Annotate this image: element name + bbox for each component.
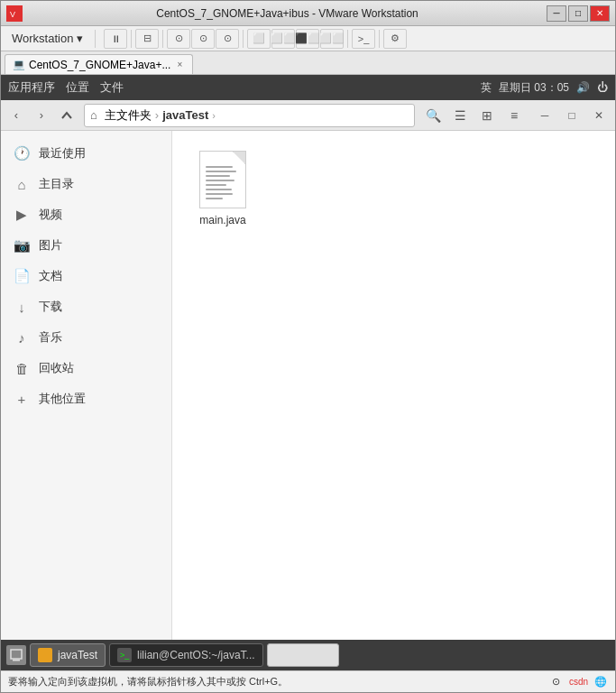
fm-close-btn[interactable]: ✕	[586, 104, 611, 127]
terminal-btn[interactable]: >_	[352, 29, 375, 49]
separator-2	[131, 30, 132, 48]
file-item-main-java[interactable]: main.java	[187, 145, 259, 232]
sidebar-item-music[interactable]: ♪ 音乐	[1, 322, 171, 353]
sidebar-label-videos: 视频	[39, 207, 62, 223]
sidebar-item-videos[interactable]: ▶ 视频	[1, 199, 171, 230]
gnome-taskbar: javaTest >_ lilian@CentOS:~/javaT...	[1, 640, 615, 670]
places-menu[interactable]: 位置	[66, 79, 89, 96]
vmware-toolbar: ⏸ ⊟ ⊙ ⊙ ⊙ ⬜ ⬜⬜ ⬛⬜ ⬜⬜ >_ ⚙	[104, 29, 407, 49]
files-menu[interactable]: 文件	[100, 79, 124, 96]
sidebar-item-other[interactable]: + 其他位置	[1, 383, 171, 414]
snapshot-btn-1[interactable]: ⊙	[167, 29, 190, 49]
documents-icon: 📄	[14, 268, 30, 284]
file-line-1	[206, 166, 233, 168]
view-grid-btn[interactable]: ⊞	[474, 104, 500, 127]
sidebar-item-home[interactable]: ⌂ 主目录	[1, 169, 171, 199]
file-line-4	[206, 180, 234, 181]
sidebar-label-recent: 最近使用	[39, 145, 86, 162]
file-line-5	[206, 184, 226, 186]
file-line-2	[206, 171, 236, 172]
view-btn-1[interactable]: ⬜	[247, 29, 271, 49]
sidebar-item-documents[interactable]: 📄 文档	[1, 261, 171, 291]
view-btn-4[interactable]: ⬜⬜	[320, 29, 344, 49]
csdn-label: csdn	[569, 677, 588, 687]
datetime[interactable]: 星期日 03：05	[499, 80, 569, 96]
address-current: javaTest	[162, 108, 208, 122]
vm-tab[interactable]: 💻 CentOS_7_GNOME+Java+... ×	[5, 54, 193, 74]
address-bar[interactable]: ⌂ 主文件夹 › javaTest ›	[84, 104, 415, 127]
input-method[interactable]: 英	[481, 80, 492, 96]
file-line-7	[206, 193, 233, 195]
view-btn-3[interactable]: ⬛⬜	[296, 29, 319, 49]
search-btn[interactable]: 🔍	[420, 104, 446, 127]
title-bar: V CentOS_7_GNOME+Java+ibus - VMware Work…	[1, 1, 615, 26]
power-icon[interactable]: ⏻	[597, 81, 608, 94]
taskbar-terminal-btn[interactable]: >_ lilian@CentOS:~/javaT...	[109, 643, 263, 667]
gnome-topbar: 应用程序 位置 文件 英 星期日 03：05 🔊 ⏻	[1, 75, 615, 100]
sidebar-label-home: 主目录	[39, 176, 74, 192]
address-home-label: 主文件夹	[105, 107, 152, 124]
workstation-menu[interactable]: Workstation ▾	[5, 29, 90, 48]
sidebar-item-pictures[interactable]: 📷 图片	[1, 230, 171, 261]
separator-3	[162, 30, 163, 48]
view-list-btn[interactable]: ☰	[447, 104, 473, 127]
sidebar-item-downloads[interactable]: ↓ 下载	[1, 291, 171, 322]
taskbar-folder-btn[interactable]: javaTest	[30, 643, 106, 667]
sidebar-label-trash: 回收站	[39, 360, 74, 376]
fm-content: 🕐 最近使用 ⌂ 主目录 ▶ 视频 📷 图片 📄 文档	[1, 131, 615, 640]
pause-btn[interactable]: ⏸	[104, 29, 127, 49]
separator-6	[379, 30, 380, 48]
vm-status-icon: ⊙	[549, 675, 564, 689]
fm-sidebar: 🕐 最近使用 ⌂ 主目录 ▶ 视频 📷 图片 📄 文档	[1, 131, 172, 640]
vmware-menubar: Workstation ▾ ⏸ ⊟ ⊙ ⊙ ⊙ ⬜ ⬜⬜ ⬛⬜ ⬜⬜ >_ ⚙	[1, 26, 615, 51]
tab-bar: 💻 CentOS_7_GNOME+Java+... ×	[1, 51, 615, 75]
separator-1	[95, 30, 96, 48]
taskbar-desktop-btn[interactable]	[6, 645, 26, 665]
videos-icon: ▶	[14, 207, 30, 223]
snapshot-btn-3[interactable]: ⊙	[216, 29, 239, 49]
music-icon: ♪	[14, 329, 30, 346]
sidebar-label-downloads: 下载	[39, 299, 62, 315]
trash-icon: 🗑	[14, 360, 30, 376]
fm-maximize-btn[interactable]: □	[559, 104, 584, 127]
downloads-icon: ↓	[14, 299, 30, 315]
fm-minimize-btn[interactable]: ─	[532, 104, 557, 127]
sidebar-label-documents: 文档	[39, 268, 62, 284]
fm-window-controls: ─ □ ✕	[532, 104, 611, 127]
maximize-button[interactable]: □	[568, 5, 588, 22]
status-bar-right: ⊙ csdn 🌐	[549, 675, 608, 689]
terminal-icon: >_	[117, 648, 132, 662]
window-controls: ─ □ ✕	[547, 5, 610, 22]
settings-btn[interactable]: ⚙	[383, 29, 407, 49]
snapshot-btn-2[interactable]: ⊙	[191, 29, 215, 49]
status-message: 要将输入定向到该虚拟机，请将鼠标指针移入其中或按 Ctrl+G。	[8, 675, 288, 688]
sidebar-item-trash[interactable]: 🗑 回收站	[1, 353, 171, 383]
sidebar-item-recent[interactable]: 🕐 最近使用	[1, 138, 171, 169]
view-btn-2[interactable]: ⬜⬜	[271, 29, 295, 49]
window-title: CentOS_7_GNOME+Java+ibus - VMware Workst…	[28, 7, 547, 20]
up-btn[interactable]	[55, 104, 78, 127]
home-icon: ⌂	[90, 108, 97, 122]
folder-icon	[38, 648, 52, 662]
file-line-8	[206, 198, 223, 199]
back-btn[interactable]: ‹	[5, 104, 28, 127]
send-btn[interactable]: ⊟	[135, 29, 159, 49]
address-arrow: ›	[212, 110, 216, 121]
tab-close-btn[interactable]: ×	[174, 60, 185, 70]
file-manager: ‹ › ⌂ 主文件夹 › javaTest › 🔍 ☰ ⊞ ≡ ─	[1, 100, 615, 640]
apps-menu[interactable]: 应用程序	[8, 79, 55, 96]
vmware-icon: V	[6, 5, 23, 22]
taskbar-input-field[interactable]	[267, 643, 339, 667]
minimize-button[interactable]: ─	[547, 5, 566, 22]
separator-4	[243, 30, 244, 48]
home-sidebar-icon: ⌂	[14, 176, 30, 192]
view-menu-btn[interactable]: ≡	[501, 104, 527, 127]
gnome-topbar-right: 英 星期日 03：05 🔊 ⏻	[481, 80, 608, 96]
forward-btn[interactable]: ›	[30, 104, 53, 127]
fm-toolbar-right: 🔍 ☰ ⊞ ≡	[420, 104, 527, 127]
svg-rect-3	[13, 660, 20, 661]
fm-toolbar: ‹ › ⌂ 主文件夹 › javaTest › 🔍 ☰ ⊞ ≡ ─	[1, 100, 615, 131]
volume-icon[interactable]: 🔊	[576, 81, 590, 94]
close-button[interactable]: ✕	[590, 5, 610, 22]
fm-main[interactable]: main.java	[172, 131, 615, 640]
